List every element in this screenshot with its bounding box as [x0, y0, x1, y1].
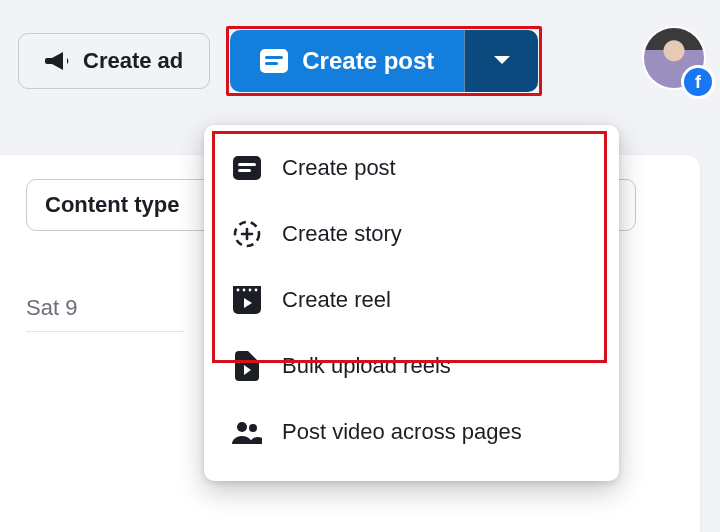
svg-rect-5	[238, 169, 251, 172]
profile-avatar[interactable]: f	[644, 28, 708, 92]
content-type-label: Content type	[45, 192, 179, 218]
svg-point-11	[249, 289, 252, 292]
facebook-badge-icon: f	[684, 68, 712, 96]
post-icon	[260, 49, 288, 73]
svg-point-16	[237, 422, 247, 432]
svg-rect-2	[265, 62, 278, 65]
svg-point-12	[255, 289, 258, 292]
menu-item-create-story[interactable]: Create story	[204, 201, 619, 267]
create-post-label: Create post	[302, 47, 434, 75]
create-dropdown-menu: Create post Create story Create reel Bul…	[204, 125, 619, 481]
people-icon	[232, 417, 262, 447]
reel-icon	[232, 285, 262, 315]
svg-rect-3	[233, 156, 261, 180]
menu-item-label: Create reel	[282, 287, 391, 313]
create-post-button[interactable]: Create post	[230, 30, 464, 92]
post-icon	[232, 153, 262, 183]
svg-rect-1	[265, 56, 283, 59]
menu-item-label: Bulk upload reels	[282, 353, 451, 379]
calendar-day-header: Sat 9	[26, 295, 184, 332]
svg-rect-0	[260, 49, 288, 73]
menu-item-create-post[interactable]: Create post	[204, 135, 619, 201]
menu-item-label: Post video across pages	[282, 419, 522, 445]
topbar: Create ad Create post	[0, 0, 720, 122]
svg-point-17	[249, 424, 257, 432]
megaphone-icon	[45, 50, 71, 72]
menu-item-create-reel[interactable]: Create reel	[204, 267, 619, 333]
svg-rect-4	[238, 163, 256, 166]
create-post-dropdown-toggle[interactable]	[464, 30, 538, 92]
menu-item-label: Create post	[282, 155, 396, 181]
menu-item-label: Create story	[282, 221, 402, 247]
create-post-button-group: Create post	[230, 30, 538, 92]
video-file-icon	[232, 351, 262, 381]
svg-point-10	[243, 289, 246, 292]
svg-point-9	[237, 289, 240, 292]
menu-item-post-video-across-pages[interactable]: Post video across pages	[204, 399, 619, 465]
caret-down-icon	[493, 55, 511, 67]
menu-item-bulk-upload-reels[interactable]: Bulk upload reels	[204, 333, 619, 399]
create-ad-button[interactable]: Create ad	[18, 33, 210, 89]
story-add-icon	[232, 219, 262, 249]
create-ad-label: Create ad	[83, 48, 183, 74]
